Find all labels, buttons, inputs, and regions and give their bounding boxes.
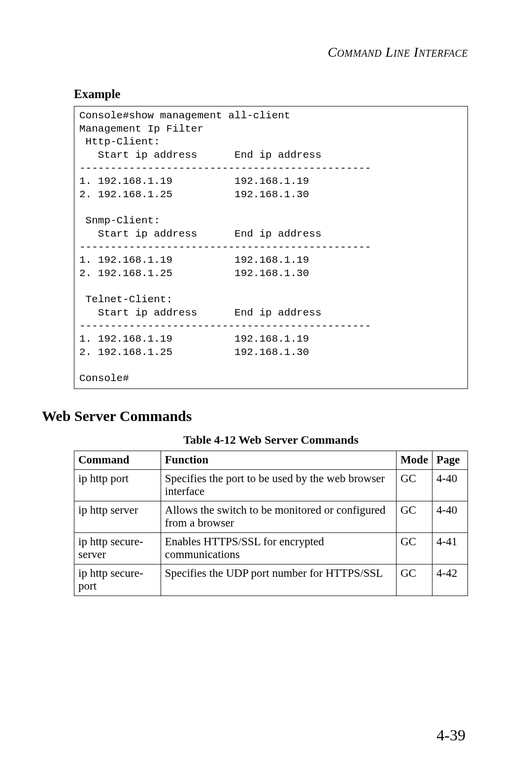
cell-command: ip http server	[74, 501, 161, 532]
cell-mode: GC	[396, 532, 432, 564]
cell-mode: GC	[396, 469, 432, 501]
section-heading: Web Server Commands	[42, 408, 468, 424]
page-number: 4-39	[436, 726, 466, 744]
cell-mode: GC	[396, 501, 432, 532]
table-row: ip http secure-port Specifies the UDP po…	[74, 564, 468, 596]
running-head: Command Line Interface	[74, 44, 468, 60]
console-output: Console#show management all-client Manag…	[74, 106, 468, 389]
table-caption: Table 4-12 Web Server Commands	[74, 433, 468, 447]
cell-command: ip http secure-port	[74, 564, 161, 596]
web-server-commands-table: Command Function Mode Page ip http port …	[74, 451, 468, 596]
table-row: ip http secure-server Enables HTTPS/SSL …	[74, 532, 468, 564]
example-label: Example	[74, 87, 468, 101]
cell-page: 4-40	[432, 469, 468, 501]
cell-function: Specifies the port to be used by the web…	[161, 469, 396, 501]
cell-page: 4-41	[432, 532, 468, 564]
cell-function: Enables HTTPS/SSL for encrypted communic…	[161, 532, 396, 564]
table-header-row: Command Function Mode Page	[74, 451, 468, 469]
cell-mode: GC	[396, 564, 432, 596]
cell-function: Specifies the UDP port number for HTTPS/…	[161, 564, 396, 596]
cell-command: ip http port	[74, 469, 161, 501]
cell-function: Allows the switch to be monitored or con…	[161, 501, 396, 532]
col-command: Command	[74, 451, 161, 469]
cell-command: ip http secure-server	[74, 532, 161, 564]
col-mode: Mode	[396, 451, 432, 469]
table-row: ip http port Specifies the port to be us…	[74, 469, 468, 501]
col-page: Page	[432, 451, 468, 469]
cell-page: 4-42	[432, 564, 468, 596]
table-row: ip http server Allows the switch to be m…	[74, 501, 468, 532]
cell-page: 4-40	[432, 501, 468, 532]
col-function: Function	[161, 451, 396, 469]
